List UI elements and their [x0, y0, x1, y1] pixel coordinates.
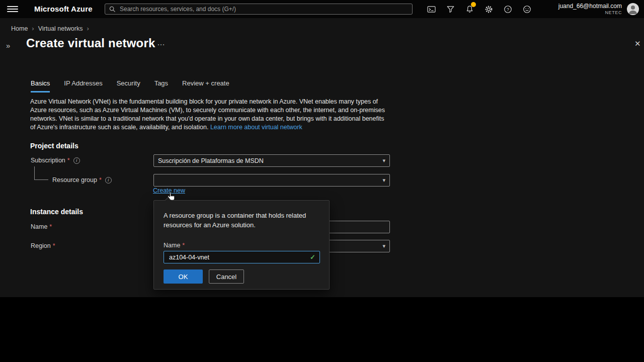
tab-review-create[interactable]: Review + create: [182, 79, 229, 93]
topbar-icon-group: ?: [426, 0, 532, 18]
learn-more-link[interactable]: Learn more about virtual network: [210, 124, 302, 131]
resource-group-name-input[interactable]: [168, 253, 307, 261]
page-title: Create virtual network: [26, 36, 155, 50]
close-blade-button[interactable]: ✕: [634, 39, 641, 48]
settings-button[interactable]: [483, 4, 494, 15]
resource-group-dropdown[interactable]: ▾: [153, 174, 390, 187]
smiley-icon: [522, 5, 532, 14]
info-icon[interactable]: i: [105, 177, 112, 184]
help-icon: ?: [503, 5, 513, 14]
search-icon: [109, 6, 116, 13]
required-asterisk: *: [49, 223, 52, 230]
required-asterisk: *: [182, 242, 185, 249]
create-vnet-blade: » Home › Virtual networks › Create virtu…: [0, 18, 644, 297]
gear-icon: [484, 5, 494, 14]
required-asterisk: *: [53, 242, 55, 249]
project-details-heading: Project details: [30, 142, 78, 150]
chevron-right-icon: ›: [87, 25, 89, 32]
hamburger-menu-button[interactable]: [7, 5, 18, 14]
popup-name-label: Name*: [164, 242, 185, 249]
create-resource-group-popup: A resource group is a container that hol…: [153, 200, 330, 290]
breadcrumb: Home › Virtual networks ›: [11, 25, 89, 32]
intro-text: Azure Virtual Network (VNet) is the fund…: [30, 98, 388, 132]
info-icon[interactable]: i: [73, 157, 80, 164]
breadcrumb-virtual-networks[interactable]: Virtual networks: [38, 25, 83, 32]
directory-filter-button[interactable]: [445, 4, 456, 15]
more-menu-button[interactable]: …: [157, 38, 166, 47]
tab-basics[interactable]: Basics: [31, 79, 50, 93]
help-button[interactable]: ?: [502, 4, 513, 15]
cancel-button[interactable]: Cancel: [209, 269, 244, 284]
subscription-label: Subscription* i: [31, 157, 80, 164]
topbar: Microsoft Azure: [0, 0, 644, 18]
mouse-cursor-hand: [166, 192, 176, 202]
chevron-down-icon: ▾: [382, 157, 385, 164]
intro-body: Azure Virtual Network (VNet) is the fund…: [30, 98, 385, 131]
tab-bar: Basics IP Addresses Security Tags Review…: [31, 79, 229, 93]
expand-sidebar-button[interactable]: »: [6, 41, 10, 50]
tree-connector-line: [34, 166, 48, 180]
azure-logo[interactable]: Microsoft Azure: [34, 5, 93, 13]
screen: Microsoft Azure: [0, 0, 644, 362]
required-asterisk: *: [99, 176, 102, 184]
chevron-down-icon: ▾: [382, 243, 385, 249]
search-input[interactable]: [119, 5, 408, 13]
instance-details-heading: Instance details: [30, 208, 83, 216]
chevron-down-icon: ▾: [382, 177, 385, 184]
notifications-button[interactable]: [464, 4, 475, 15]
subscription-dropdown[interactable]: Suscripción de Plataformas de MSDN ▾: [153, 154, 390, 167]
region-label: Region*: [31, 242, 55, 249]
svg-text:?: ?: [507, 7, 509, 12]
chevron-right-icon: ›: [32, 25, 34, 32]
notification-badge: [471, 2, 476, 7]
cloud-shell-button[interactable]: [426, 4, 437, 15]
tab-ip-addresses[interactable]: IP Addresses: [64, 79, 102, 93]
breadcrumb-home[interactable]: Home: [11, 25, 28, 32]
subscription-value: Suscripción de Plataformas de MSDN: [158, 157, 264, 164]
popup-description: A resource group is a container that hol…: [164, 211, 316, 230]
account-info[interactable]: juand_66@hotmail.com NETEC: [558, 3, 622, 15]
user-directory: NETEC: [558, 10, 622, 15]
global-search[interactable]: [105, 4, 413, 15]
tab-security[interactable]: Security: [117, 79, 140, 93]
tab-tags[interactable]: Tags: [154, 79, 168, 93]
vnet-name-label: Name*: [31, 223, 52, 230]
feedback-button[interactable]: [521, 4, 532, 15]
funnel-icon: [446, 5, 455, 14]
required-asterisk: *: [67, 157, 70, 164]
ok-button[interactable]: OK: [164, 269, 203, 284]
avatar[interactable]: [627, 3, 639, 15]
terminal-icon: [427, 5, 436, 14]
valid-check-icon: ✓: [310, 253, 315, 261]
user-email: juand_66@hotmail.com: [558, 3, 622, 10]
person-icon: [627, 3, 639, 15]
resource-group-name-field: ✓: [164, 251, 320, 263]
resource-group-label: Resource group* i: [52, 176, 112, 184]
